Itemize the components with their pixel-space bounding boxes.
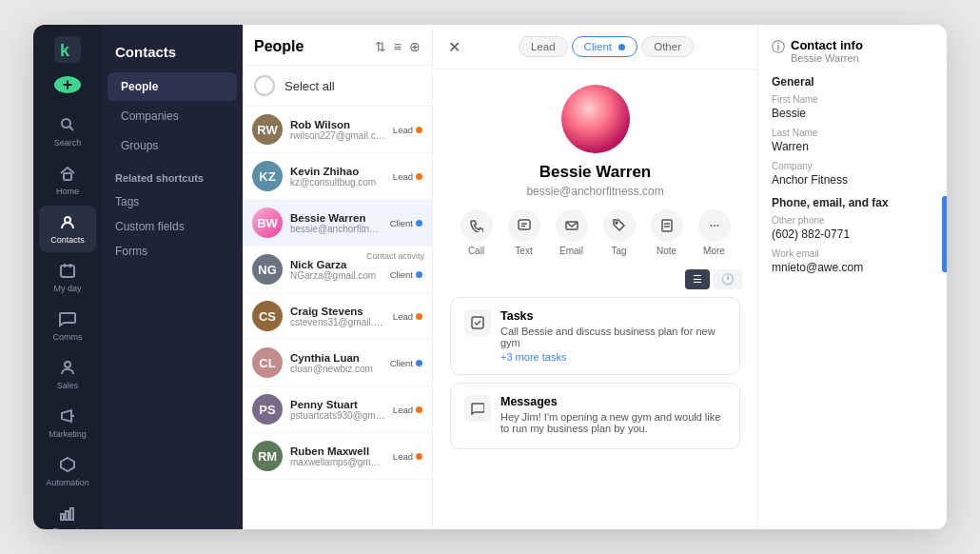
svg-rect-6 [61,266,74,277]
phone-email-fax-section-title: Phone, email, and fax [772,196,933,209]
tag-dot [416,453,422,460]
sidebar-item-myday[interactable]: My day [39,254,96,301]
text-label: Text [515,246,532,256]
sidebar-item-home[interactable]: Home [39,157,96,204]
activity-list-tab[interactable]: ☰ [685,269,710,289]
company-field: Company Anchor Fitness [772,161,933,187]
sidebar-item-marketing[interactable]: Marketing [39,400,96,446]
svg-rect-12 [61,514,64,520]
tag-dot [416,173,422,180]
person-info-craig-stevens: Craig Stevens cstevens31@gmail.com [290,306,385,327]
person-item-nick-garza[interactable]: NG Contact activity Nick Garza NGarza@gm… [243,247,432,293]
left-sidebar: k + Search Home Contacts My day [33,25,102,529]
note-button[interactable]: Note [651,209,683,256]
search-icon [59,116,76,135]
person-info-penny-stuart: Penny Stuart pstuartcats930@gmail.com [290,399,385,421]
contacts-nav-people[interactable]: People [108,72,237,101]
person-email: rwilson227@gmail.com [290,130,385,141]
sidebar-item-reports[interactable]: Reports [39,497,96,529]
avatar-craig-stevens: CS [252,301,283,331]
sidebar-item-automation[interactable]: Automation [39,448,96,495]
email-icon [556,209,588,242]
contact-email: bessie@anchorfitness.com [526,185,663,198]
note-label: Note [657,246,676,256]
action-buttons: Call Text Email [461,209,731,256]
person-item-kevin-zhihao[interactable]: KZ Kevin Zhihao kz@consultbug.com Lead [243,153,432,200]
email-button[interactable]: Email [556,209,588,256]
scroll-indicator [942,196,947,272]
tasks-card: Tasks Call Bessie and discuss business p… [450,297,740,375]
sidebar-label-comms: Comms [53,332,83,342]
work-email-field: Work email mnieto@awe.com [772,248,933,274]
last-name-label: Last Name [772,128,933,138]
calendar-icon [59,262,76,281]
close-button[interactable]: ✕ [448,38,461,56]
messages-card-text: Hey Jim! I'm opening a new gym and would… [500,411,726,434]
sidebar-label-myday: My day [53,284,81,293]
tag-dot [416,220,422,227]
sidebar-item-comms[interactable]: Comms [39,303,96,349]
person-tag: Lead [393,405,422,415]
shortcut-forms[interactable]: Forms [102,239,243,264]
people-header: People ⇅ ≡ ⊕ [243,25,432,66]
more-button[interactable]: ··· More [698,209,731,256]
person-item-cynthia-luan[interactable]: CL Cynthia Luan cluan@newbiz.com Client [243,340,432,386]
select-all-row[interactable]: Select all [243,66,432,107]
shortcut-custom-fields[interactable]: Custom fields [102,214,243,239]
add-button[interactable]: + [54,76,81,93]
person-item-rob-wilson[interactable]: RW Rob Wilson rwilson227@gmail.com Lead [243,107,432,153]
person-tag: Lead [393,125,422,135]
person-item-ruben-maxwell[interactable]: RM Ruben Maxwell maxwellamps@gmail.com L… [243,433,432,480]
detail-body: Bessie Warren bessie@anchorfitness.com C… [433,69,757,465]
company-label: Company [772,161,933,171]
people-panel: People ⇅ ≡ ⊕ Select all RW Rob Wilson rw… [243,25,433,529]
tag-button[interactable]: Tag [603,209,636,256]
detail-panel: ✕ Lead Client Other Bessie Warren bessie… [433,25,758,529]
contacts-nav-groups[interactable]: Groups [108,131,237,160]
other-phone-label: Other phone [772,215,933,226]
people-title: People [254,38,367,55]
contact-photo-inner [561,85,630,153]
reports-icon [59,505,76,524]
first-name-value: Bessie [772,107,933,120]
avatar-penny-stuart: PS [252,394,283,425]
tab-client[interactable]: Client [572,36,638,57]
svg-marker-11 [61,458,74,471]
related-shortcuts-label: Related shortcuts [102,161,243,189]
text-button[interactable]: Text [508,209,540,256]
automation-icon [59,456,76,475]
add-contact-icon[interactable]: ⊕ [409,39,421,54]
svg-rect-13 [66,511,69,520]
person-item-craig-stevens[interactable]: CS Craig Stevens cstevens31@gmail.com Le… [243,293,432,340]
tasks-more-link[interactable]: +3 more tasks [500,351,726,363]
tag-dot [416,127,422,133]
contact-photo [561,85,630,153]
tasks-card-text: Call Bessie and discuss business plan fo… [500,326,726,348]
activity-calendar-tab[interactable]: 🕐 [714,269,742,289]
sort-icon[interactable]: ⇅ [375,39,386,54]
person-email: kz@consultbug.com [290,177,385,188]
person-item-penny-stuart[interactable]: PS Penny Stuart pstuartcats930@gmail.com… [243,386,432,433]
sidebar-label-reports: Reports [52,526,83,529]
svg-line-3 [69,127,73,130]
svg-point-19 [616,222,617,224]
avatar-rob-wilson: RW [252,114,283,145]
tasks-card-icon [464,309,491,336]
sidebar-item-search[interactable]: Search [39,109,96,155]
tab-other[interactable]: Other [641,36,694,57]
contacts-nav-companies[interactable]: Companies [108,102,237,130]
sidebar-item-contacts[interactable]: Contacts [39,206,96,252]
contacts-icon [59,213,76,232]
select-all-checkbox[interactable] [254,75,275,96]
call-button[interactable]: Call [461,209,493,256]
info-panel-header: ⓘ Contact info Bessie Warren [772,38,933,64]
sales-icon [59,359,76,378]
tab-lead[interactable]: Lead [519,36,568,57]
avatar-nick-garza: NG [252,254,283,285]
company-value: Anchor Fitness [772,173,933,187]
filter-icon[interactable]: ≡ [394,39,402,54]
sidebar-label-automation: Automation [46,478,89,487]
shortcut-tags[interactable]: Tags [102,189,243,214]
person-item-bessie-warren[interactable]: BW Bessie Warren bessie@anchorfitness.co… [243,200,432,247]
sidebar-item-sales[interactable]: Sales [39,351,96,398]
